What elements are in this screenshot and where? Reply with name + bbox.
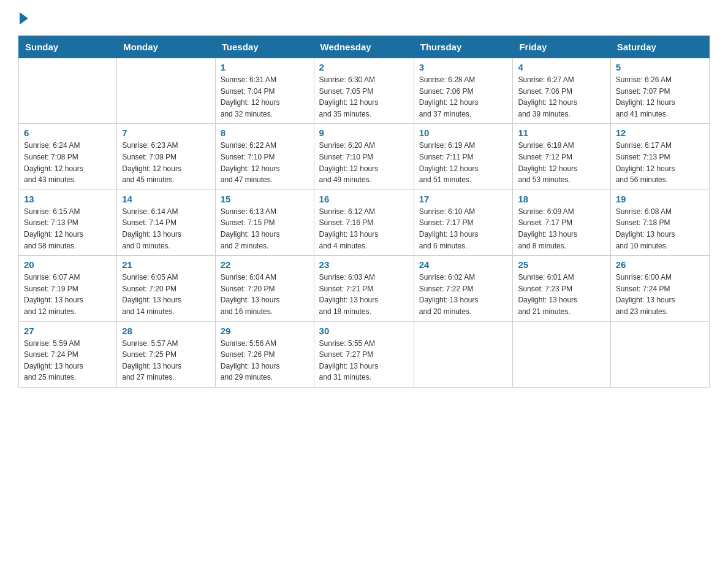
day-number: 23 [319, 259, 409, 270]
weekday-header-monday: Monday [117, 36, 216, 58]
page-header [18, 12, 710, 25]
calendar-cell: 1Sunrise: 6:31 AMSunset: 7:04 PMDaylight… [215, 58, 314, 124]
day-number: 27 [24, 326, 112, 336]
calendar-cell: 4Sunrise: 6:27 AMSunset: 7:06 PMDaylight… [513, 58, 610, 124]
day-info: Sunrise: 6:08 AMSunset: 7:18 PMDaylight:… [616, 206, 704, 251]
day-info: Sunrise: 5:56 AMSunset: 7:26 PMDaylight:… [221, 338, 309, 383]
day-info: Sunrise: 6:02 AMSunset: 7:22 PMDaylight:… [419, 272, 508, 317]
calendar-cell: 21Sunrise: 6:05 AMSunset: 7:20 PMDayligh… [117, 256, 216, 321]
calendar-cell: 29Sunrise: 5:56 AMSunset: 7:26 PMDayligh… [215, 321, 314, 387]
calendar-cell [414, 321, 513, 387]
day-info: Sunrise: 6:30 AMSunset: 7:05 PMDaylight:… [319, 74, 409, 120]
weekday-header-sunday: Sunday [19, 36, 117, 58]
calendar-cell: 2Sunrise: 6:30 AMSunset: 7:05 PMDaylight… [314, 58, 414, 124]
day-info: Sunrise: 6:27 AMSunset: 7:06 PMDaylight:… [518, 74, 605, 120]
day-info: Sunrise: 6:22 AMSunset: 7:10 PMDaylight:… [221, 140, 309, 185]
day-info: Sunrise: 5:57 AMSunset: 7:25 PMDaylight:… [122, 338, 210, 383]
day-number: 30 [319, 326, 409, 336]
day-number: 25 [518, 259, 605, 270]
day-info: Sunrise: 6:24 AMSunset: 7:08 PMDaylight:… [24, 140, 112, 185]
calendar-cell: 30Sunrise: 5:55 AMSunset: 7:27 PMDayligh… [314, 321, 414, 387]
calendar-cell: 8Sunrise: 6:22 AMSunset: 7:10 PMDaylight… [215, 124, 314, 190]
day-number: 13 [24, 194, 112, 204]
day-number: 9 [319, 128, 409, 138]
day-number: 1 [221, 62, 309, 72]
day-info: Sunrise: 6:19 AMSunset: 7:11 PMDaylight:… [419, 140, 508, 185]
calendar-week-row: 13Sunrise: 6:15 AMSunset: 7:13 PMDayligh… [19, 190, 710, 255]
calendar-cell [610, 321, 709, 387]
day-info: Sunrise: 6:14 AMSunset: 7:14 PMDaylight:… [122, 206, 210, 251]
day-info: Sunrise: 6:23 AMSunset: 7:09 PMDaylight:… [122, 140, 210, 185]
day-number: 11 [518, 128, 605, 138]
calendar-cell: 9Sunrise: 6:20 AMSunset: 7:10 PMDaylight… [314, 124, 414, 190]
day-info: Sunrise: 6:26 AMSunset: 7:07 PMDaylight:… [616, 74, 704, 120]
day-info: Sunrise: 6:09 AMSunset: 7:17 PMDaylight:… [518, 206, 605, 251]
day-number: 24 [419, 259, 508, 270]
calendar-cell: 11Sunrise: 6:18 AMSunset: 7:12 PMDayligh… [513, 124, 610, 190]
day-info: Sunrise: 6:20 AMSunset: 7:10 PMDaylight:… [319, 140, 409, 185]
calendar-cell: 26Sunrise: 6:00 AMSunset: 7:24 PMDayligh… [610, 256, 709, 321]
calendar-week-row: 27Sunrise: 5:59 AMSunset: 7:24 PMDayligh… [19, 321, 710, 387]
calendar-cell: 17Sunrise: 6:10 AMSunset: 7:17 PMDayligh… [414, 190, 513, 255]
calendar-cell: 28Sunrise: 5:57 AMSunset: 7:25 PMDayligh… [117, 321, 216, 387]
calendar-cell: 18Sunrise: 6:09 AMSunset: 7:17 PMDayligh… [513, 190, 610, 255]
weekday-header-thursday: Thursday [414, 36, 513, 58]
day-info: Sunrise: 6:05 AMSunset: 7:20 PMDaylight:… [122, 272, 210, 317]
day-number: 16 [319, 194, 409, 204]
day-number: 19 [616, 194, 704, 204]
calendar-cell [19, 58, 117, 124]
calendar-week-row: 6Sunrise: 6:24 AMSunset: 7:08 PMDaylight… [19, 124, 710, 190]
day-number: 22 [221, 259, 309, 270]
logo [18, 12, 29, 25]
day-info: Sunrise: 6:07 AMSunset: 7:19 PMDaylight:… [24, 272, 112, 317]
calendar-week-row: 20Sunrise: 6:07 AMSunset: 7:19 PMDayligh… [19, 256, 710, 321]
day-info: Sunrise: 6:15 AMSunset: 7:13 PMDaylight:… [24, 206, 112, 251]
calendar-cell: 10Sunrise: 6:19 AMSunset: 7:11 PMDayligh… [414, 124, 513, 190]
day-number: 17 [419, 194, 508, 204]
day-number: 7 [122, 128, 210, 138]
day-number: 26 [616, 259, 704, 270]
day-number: 10 [419, 128, 508, 138]
calendar-cell: 20Sunrise: 6:07 AMSunset: 7:19 PMDayligh… [19, 256, 117, 321]
day-info: Sunrise: 5:55 AMSunset: 7:27 PMDaylight:… [319, 338, 409, 383]
day-info: Sunrise: 6:31 AMSunset: 7:04 PMDaylight:… [221, 74, 309, 120]
calendar-week-row: 1Sunrise: 6:31 AMSunset: 7:04 PMDaylight… [19, 58, 710, 124]
day-number: 12 [616, 128, 704, 138]
day-info: Sunrise: 6:13 AMSunset: 7:15 PMDaylight:… [221, 206, 309, 251]
day-number: 28 [122, 326, 210, 336]
calendar-cell: 25Sunrise: 6:01 AMSunset: 7:23 PMDayligh… [513, 256, 610, 321]
day-number: 29 [221, 326, 309, 336]
day-number: 15 [221, 194, 309, 204]
day-info: Sunrise: 5:59 AMSunset: 7:24 PMDaylight:… [24, 338, 112, 383]
calendar-cell: 15Sunrise: 6:13 AMSunset: 7:15 PMDayligh… [215, 190, 314, 255]
calendar-cell: 13Sunrise: 6:15 AMSunset: 7:13 PMDayligh… [19, 190, 117, 255]
weekday-header-friday: Friday [513, 36, 610, 58]
calendar-cell: 5Sunrise: 6:26 AMSunset: 7:07 PMDaylight… [610, 58, 709, 124]
day-info: Sunrise: 6:12 AMSunset: 7:16 PMDaylight:… [319, 206, 409, 251]
day-info: Sunrise: 6:10 AMSunset: 7:17 PMDaylight:… [419, 206, 508, 251]
weekday-header-saturday: Saturday [610, 36, 709, 58]
day-number: 14 [122, 194, 210, 204]
calendar-cell: 14Sunrise: 6:14 AMSunset: 7:14 PMDayligh… [117, 190, 216, 255]
day-number: 3 [419, 62, 508, 72]
calendar-cell: 19Sunrise: 6:08 AMSunset: 7:18 PMDayligh… [610, 190, 709, 255]
day-number: 18 [518, 194, 605, 204]
weekday-header-tuesday: Tuesday [215, 36, 314, 58]
calendar-cell: 3Sunrise: 6:28 AMSunset: 7:06 PMDaylight… [414, 58, 513, 124]
calendar-table: SundayMondayTuesdayWednesdayThursdayFrid… [18, 36, 710, 388]
logo-triangle-icon [20, 12, 28, 25]
day-info: Sunrise: 6:03 AMSunset: 7:21 PMDaylight:… [319, 272, 409, 317]
calendar-cell [117, 58, 216, 124]
calendar-cell: 22Sunrise: 6:04 AMSunset: 7:20 PMDayligh… [215, 256, 314, 321]
weekday-header-wednesday: Wednesday [314, 36, 414, 58]
calendar-cell: 24Sunrise: 6:02 AMSunset: 7:22 PMDayligh… [414, 256, 513, 321]
calendar-cell: 6Sunrise: 6:24 AMSunset: 7:08 PMDaylight… [19, 124, 117, 190]
day-info: Sunrise: 6:00 AMSunset: 7:24 PMDaylight:… [616, 272, 704, 317]
calendar-cell: 16Sunrise: 6:12 AMSunset: 7:16 PMDayligh… [314, 190, 414, 255]
day-number: 8 [221, 128, 309, 138]
day-number: 6 [24, 128, 112, 138]
day-number: 21 [122, 259, 210, 270]
day-number: 4 [518, 62, 605, 72]
day-info: Sunrise: 6:04 AMSunset: 7:20 PMDaylight:… [221, 272, 309, 317]
day-info: Sunrise: 6:01 AMSunset: 7:23 PMDaylight:… [518, 272, 605, 317]
